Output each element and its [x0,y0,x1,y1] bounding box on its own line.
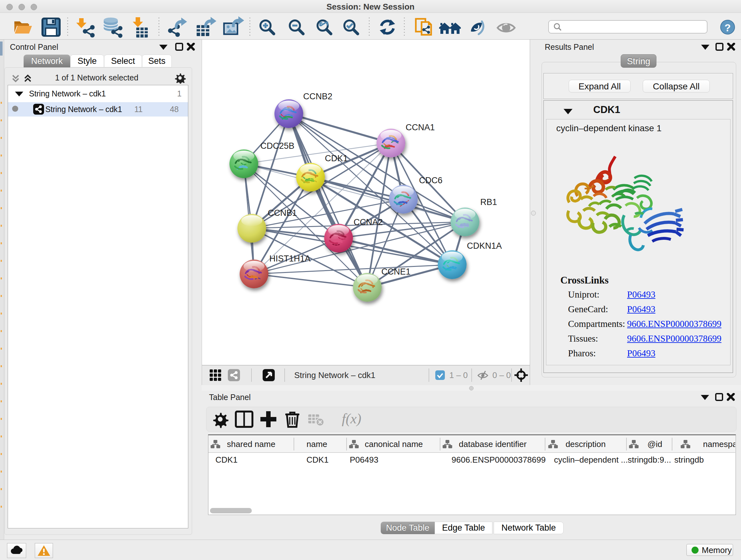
svg-text:CDK1: CDK1 [307,455,328,464]
svg-text:CCNB1: CCNB1 [268,208,297,218]
svg-text:namespac: namespac [703,439,735,449]
svg-text:description: description [565,439,606,449]
svg-text:P06493: P06493 [350,455,379,464]
svg-text:cyclin–dependent ...: cyclin–dependent ... [554,455,628,464]
svg-text:name: name [307,439,327,449]
svg-text:CDC25B: CDC25B [260,141,294,151]
svg-text:CDK1: CDK1 [325,153,348,163]
svg-text:stringdb: stringdb [674,455,704,464]
svg-text:CDK1: CDK1 [215,455,238,464]
svg-text:shared name: shared name [227,439,275,449]
svg-text:CCNE1: CCNE1 [381,267,411,276]
svg-text:@id: @id [648,439,663,449]
svg-text:CCNA1: CCNA1 [406,123,435,132]
svg-text:CCNA2: CCNA2 [354,217,383,227]
svg-text:stringdb:9...: stringdb:9... [628,455,671,464]
svg-text:CDC6: CDC6 [419,176,443,185]
svg-text:HIST1H1A: HIST1H1A [269,254,311,263]
svg-text:?: ? [724,22,731,34]
svg-text:canonical name: canonical name [365,439,423,449]
svg-text:database identifier: database identifier [459,439,527,449]
svg-text:1 – 0: 1 – 0 [449,370,468,380]
svg-text:String Network – cdk1: String Network – cdk1 [294,370,375,380]
svg-text:RB1: RB1 [480,197,497,207]
svg-text:CDKN1A: CDKN1A [467,241,502,251]
svg-text:0 – 0: 0 – 0 [492,370,511,380]
svg-text:f(x): f(x) [342,411,361,427]
svg-text:CCNB2: CCNB2 [303,91,333,101]
svg-text:9606.ENSP00000378699: 9606.ENSP00000378699 [452,455,546,464]
